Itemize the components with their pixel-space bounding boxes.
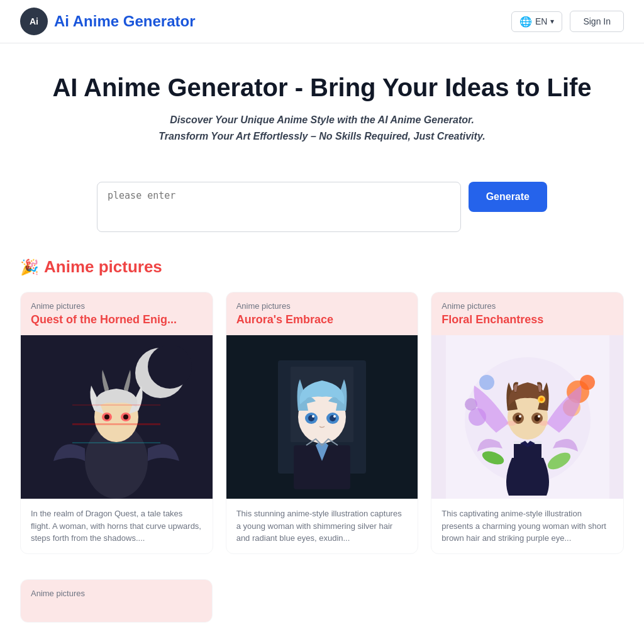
section-emoji: 🎉 [20, 258, 39, 276]
svg-point-21 [312, 415, 314, 418]
card-1-header: Anime pictures Quest of the Horned Enig.… [21, 292, 213, 335]
card-3-name: Floral Enchantress [441, 313, 613, 326]
svg-point-42 [506, 421, 516, 426]
card-3-desc: This captivating anime-style illustratio… [431, 499, 623, 553]
section-heading: 🎉 Anime pictures [20, 257, 624, 277]
card-3-image [431, 335, 623, 499]
input-area: Generate [77, 182, 567, 232]
hero-subtitle: Discover Your Unique Anime Style with th… [20, 112, 624, 144]
svg-point-8 [123, 414, 128, 419]
card-2-category: Anime pictures [236, 301, 408, 311]
hero-subtitle-line1: Discover Your Unique Anime Style with th… [170, 114, 474, 125]
hero-section: AI Anime Generator - Bring Your Ideas to… [0, 43, 644, 164]
card-2[interactable]: Anime pictures Aurora's Embrace [226, 292, 419, 554]
svg-point-41 [538, 415, 540, 418]
card-1-desc: In the realm of Dragon Quest, a tale tak… [21, 499, 213, 553]
section-title: Anime pictures [44, 257, 162, 277]
partial-card[interactable]: Anime pictures [20, 579, 213, 623]
svg-point-32 [479, 375, 494, 390]
header-left: Ai Ai Anime Generator [20, 8, 196, 35]
svg-point-40 [519, 415, 521, 418]
card-1[interactable]: Anime pictures Quest of the Horned Enig.… [20, 292, 213, 554]
header-right: 🌐 EN ▾ Sign In [511, 11, 624, 32]
header: Ai Ai Anime Generator 🌐 EN ▾ Sign In [0, 0, 644, 43]
site-title: Ai Anime Generator [54, 13, 196, 30]
svg-rect-10 [72, 442, 160, 443]
hero-subtitle-line2: Transform Your Art Effortlessly – No Ski… [158, 131, 485, 142]
card-2-name: Aurora's Embrace [236, 313, 408, 326]
language-selector[interactable]: 🌐 EN ▾ [511, 11, 562, 32]
card-1-name: Quest of the Horned Enig... [31, 313, 203, 326]
prompt-input[interactable] [97, 182, 461, 232]
anime-section: 🎉 Anime pictures Anime pictures Quest of… [0, 232, 644, 644]
svg-point-43 [539, 421, 549, 426]
signin-button[interactable]: Sign In [570, 11, 624, 32]
hero-title: AI Anime Generator - Bring Your Ideas to… [20, 74, 624, 102]
svg-point-7 [104, 414, 109, 419]
card-3[interactable]: Anime pictures Floral Enchantress [431, 292, 624, 554]
partial-card-header: Anime pictures [21, 580, 212, 622]
card-1-category: Anime pictures [31, 301, 203, 311]
svg-point-26 [580, 375, 595, 390]
lang-label: EN [535, 16, 547, 26]
card-2-header: Anime pictures Aurora's Embrace [226, 292, 418, 335]
partial-card-category: Anime pictures [31, 589, 202, 598]
generate-button[interactable]: Generate [469, 182, 547, 212]
svg-rect-11 [72, 404, 160, 406]
partial-card-name [31, 601, 202, 613]
card-3-category: Anime pictures [441, 301, 613, 311]
card-2-desc: This stunning anime-style illustration c… [226, 499, 418, 553]
card-2-image [226, 335, 418, 499]
svg-point-2 [148, 345, 192, 389]
logo-icon: Ai [20, 8, 48, 35]
card-1-image [21, 335, 213, 499]
globe-icon: 🌐 [519, 16, 532, 28]
chevron-down-icon: ▾ [550, 17, 554, 26]
cards-grid: Anime pictures Quest of the Horned Enig.… [20, 292, 624, 554]
card-3-header: Anime pictures Floral Enchantress [431, 292, 623, 335]
svg-rect-9 [72, 423, 160, 425]
svg-point-45 [540, 397, 543, 401]
svg-point-22 [333, 415, 336, 418]
